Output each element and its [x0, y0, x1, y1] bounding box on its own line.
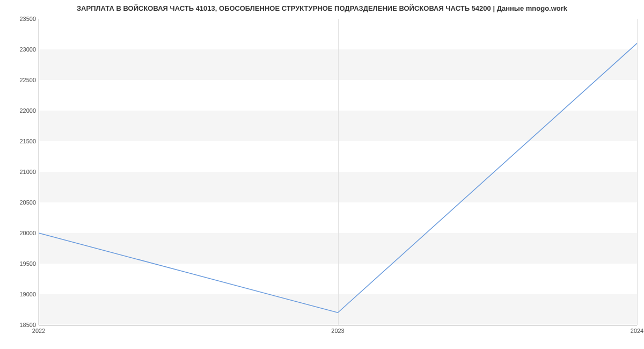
chart-container: ЗАРПЛАТА В ВОЙСКОВАЯ ЧАСТЬ 41013, ОБОСОБ… — [0, 0, 644, 349]
grid-line-vertical — [637, 19, 638, 325]
y-tick-label: 20000 — [4, 230, 36, 236]
y-tick-label: 19500 — [4, 260, 36, 267]
chart-title: ЗАРПЛАТА В ВОЙСКОВАЯ ЧАСТЬ 41013, ОБОСОБ… — [0, 0, 644, 15]
y-tick-label: 18500 — [4, 322, 36, 328]
line-series — [39, 19, 637, 325]
y-tick-label: 22500 — [4, 77, 36, 83]
plot-area — [39, 19, 637, 325]
x-tick-label: 2024 — [631, 328, 643, 334]
y-tick-label: 20500 — [4, 199, 36, 206]
x-tick-label: 2022 — [32, 328, 45, 334]
y-tick-label: 19000 — [4, 291, 36, 297]
y-axis-line — [39, 19, 39, 325]
y-tick-label: 21500 — [4, 138, 36, 144]
y-tick-label: 22000 — [4, 107, 36, 114]
x-axis-line — [39, 325, 637, 325]
y-tick-label: 23500 — [4, 16, 36, 22]
x-tick-label: 2023 — [331, 328, 344, 334]
y-tick-label: 21000 — [4, 169, 36, 175]
y-tick-label: 23000 — [4, 46, 36, 53]
